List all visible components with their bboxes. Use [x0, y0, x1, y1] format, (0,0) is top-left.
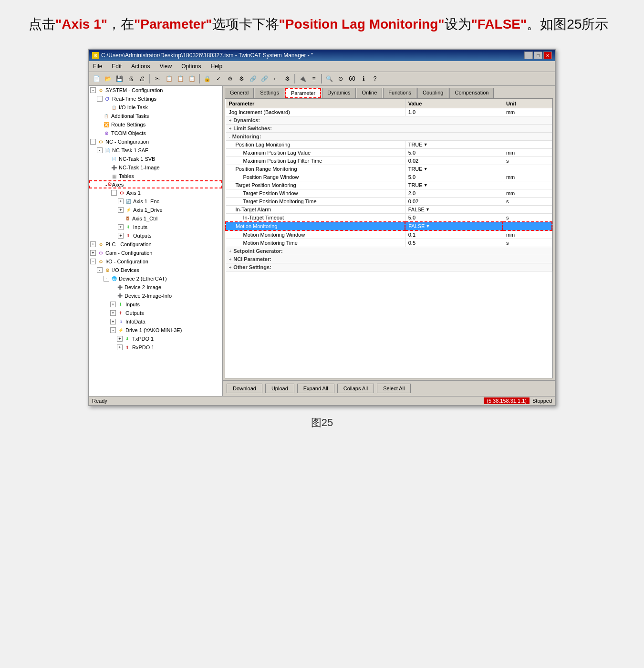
tab-parameter[interactable]: Parameter — [285, 88, 321, 98]
expander-axis1[interactable]: - — [111, 190, 117, 196]
cut-btn[interactable]: ✂ — [152, 73, 163, 84]
table-row[interactable]: +Other Settings: — [226, 263, 552, 271]
new-btn[interactable]: 📄 — [91, 73, 102, 84]
expander-realtime[interactable]: - — [97, 96, 103, 102]
link2-btn[interactable]: 🔗 — [259, 73, 270, 84]
expander-axis1outputs[interactable]: + — [118, 233, 124, 239]
expander-rxpdo1[interactable]: + — [117, 344, 123, 350]
tree-infodata[interactable]: + ℹ InfoData — [89, 317, 222, 326]
tab-online[interactable]: Online — [357, 88, 383, 98]
menu-actions[interactable]: Actions — [129, 62, 152, 71]
check-btn[interactable]: ✓ — [213, 73, 224, 84]
tree-nctask1img[interactable]: ➕ NC-Task 1-Image — [89, 163, 222, 172]
num-btn[interactable]: 60 — [347, 73, 357, 84]
tree-nctask1saf[interactable]: - 📄 NC-Task 1 SAF — [89, 146, 222, 155]
expander-dev2inputs[interactable]: + — [110, 302, 116, 307]
search-btn[interactable]: 🔍 — [324, 73, 334, 84]
copy-btn[interactable]: 📋 — [164, 73, 174, 84]
tab-settings[interactable]: Settings — [255, 88, 284, 98]
tab-coupling[interactable]: Coupling — [417, 88, 448, 98]
tree-drive1[interactable]: - ⚡ Drive 1 (YAKO MINI-3E) — [89, 326, 222, 334]
tree-device2imginfo[interactable]: ➕ Device 2-Image-Info — [89, 292, 222, 300]
tree-nc[interactable]: - ⚙ NC - Configuration — [89, 137, 222, 146]
expander-nc[interactable]: - — [90, 139, 96, 145]
link-btn[interactable]: 🔗 — [248, 73, 258, 84]
paste2-btn[interactable]: 📋 — [187, 73, 197, 84]
menu-options[interactable]: Options — [179, 62, 203, 71]
download-button[interactable]: Download — [227, 384, 262, 393]
expander-axis1drive[interactable]: + — [118, 207, 124, 213]
collaps-all-button[interactable]: Collaps All — [337, 384, 374, 393]
tab-dynamics[interactable]: Dynamics — [322, 88, 355, 98]
tree-idle-task[interactable]: 📋 I/O Idle Task — [89, 103, 222, 112]
menu-help[interactable]: Help — [209, 62, 225, 71]
motion-monitoring-row[interactable]: Motion Monitoring FALSE▼ — [226, 222, 552, 230]
table-row[interactable]: +Setpoint Generator: — [226, 247, 552, 255]
print2-btn[interactable]: 🖨 — [137, 73, 147, 84]
expand-all-button[interactable]: Expand All — [297, 384, 334, 393]
expander-device2[interactable]: - — [104, 276, 109, 282]
expander-infodata[interactable]: + — [110, 319, 116, 324]
expander-axis1inputs[interactable]: + — [118, 224, 124, 230]
tree-tables[interactable]: ▦ Tables — [89, 172, 222, 180]
tree-dev2inputs[interactable]: + ⬇ Inputs — [89, 300, 222, 309]
expander-drive1[interactable]: - — [110, 327, 116, 333]
table-row[interactable]: -Monitoring: — [226, 133, 552, 141]
tab-functions[interactable]: Functions — [383, 88, 416, 98]
io-btn[interactable]: 🔌 — [297, 73, 308, 84]
list-btn[interactable]: ≡ — [309, 73, 319, 84]
tree-plc[interactable]: + ⚙ PLC - Configuration — [89, 240, 222, 249]
tree-axis1outputs[interactable]: + ⬆ Outputs — [89, 231, 222, 240]
expander-dev2outputs[interactable]: + — [110, 310, 116, 316]
tree-axis1enc[interactable]: + 🔄 Axis 1_Enc — [89, 197, 222, 206]
tree-axis1[interactable]: - ⚙ Axis 1 — [89, 188, 222, 197]
tree-axes-highlighted[interactable]: - ⚙ Axes — [89, 180, 222, 188]
tree-axis1drive[interactable]: + ⚡ Axis 1_Drive — [89, 206, 222, 214]
expander-txpdo1[interactable]: + — [117, 336, 123, 342]
tree-io[interactable]: - ⚙ I/O - Configuration — [89, 257, 222, 266]
find-btn[interactable]: 🔒 — [202, 73, 212, 84]
tree-system[interactable]: - ⚙ SYSTEM - Configuration — [89, 86, 222, 94]
table-row[interactable]: +NCI Parameter: — [226, 255, 552, 263]
tree-realtime[interactable]: - ⏱ Real-Time Settings — [89, 94, 222, 103]
tab-general[interactable]: General — [225, 88, 254, 98]
expander-nctask1saf[interactable]: - — [97, 147, 103, 153]
tree-route[interactable]: 🔀 Route Settings — [89, 120, 222, 129]
expander-io[interactable]: - — [90, 259, 96, 264]
info-btn[interactable]: ℹ — [358, 73, 369, 84]
menu-view[interactable]: View — [157, 62, 174, 71]
maximize-btn[interactable]: □ — [534, 52, 542, 59]
help2-btn[interactable]: ? — [370, 73, 380, 84]
open-btn[interactable]: 📂 — [103, 73, 113, 84]
tree-tcom[interactable]: ⚙ TCOM Objects — [89, 129, 222, 137]
tree-iodevices[interactable]: - ⚙ I/O Devices — [89, 266, 222, 274]
cfg-btn[interactable]: ⚙ — [282, 73, 292, 84]
paste-btn[interactable]: 📋 — [175, 73, 186, 84]
tree-axis1ctrl[interactable]: 🎛 Axis 1_Ctrl — [89, 214, 222, 223]
table-row[interactable]: +Limit Switches: — [226, 125, 552, 133]
target-btn[interactable]: ⊙ — [335, 73, 346, 84]
param-panel[interactable]: Parameter Value Unit Jog Increment (Back… — [225, 98, 553, 378]
tree-txpdo1[interactable]: + ⬇ TxPDO 1 — [89, 334, 222, 343]
minimize-btn[interactable]: _ — [524, 52, 533, 59]
expander-cam[interactable]: + — [90, 250, 96, 256]
gear-btn[interactable]: ⚙ — [225, 73, 235, 84]
print-btn[interactable]: 🖨 — [125, 73, 136, 84]
tree-rxpdo1[interactable]: + ⬆ RxPDO 1 — [89, 343, 222, 352]
tree-axis1inputs[interactable]: + ⬇ Inputs — [89, 223, 222, 231]
save-btn[interactable]: 💾 — [114, 73, 125, 84]
arrow-btn[interactable]: ← — [270, 73, 281, 84]
expander-system[interactable]: - — [90, 87, 96, 93]
expander-axis1enc[interactable]: + — [118, 198, 124, 204]
gear2-btn[interactable]: ⚙ — [236, 73, 247, 84]
table-row[interactable]: +Dynamics: — [226, 116, 552, 125]
tree-cam[interactable]: + ⚙ Cam - Configuration — [89, 249, 222, 257]
tree-panel[interactable]: - ⚙ SYSTEM - Configuration - ⏱ Real-Time… — [89, 86, 223, 396]
tree-dev2outputs[interactable]: + ⬆ Outputs — [89, 309, 222, 317]
menu-edit[interactable]: Edit — [110, 62, 124, 71]
close-btn[interactable]: ✕ — [543, 52, 552, 59]
upload-button[interactable]: Upload — [265, 384, 294, 393]
expander-iodevices[interactable]: - — [97, 267, 103, 273]
menu-file[interactable]: File — [91, 62, 104, 71]
tree-add-tasks[interactable]: 📋 Additional Tasks — [89, 112, 222, 120]
